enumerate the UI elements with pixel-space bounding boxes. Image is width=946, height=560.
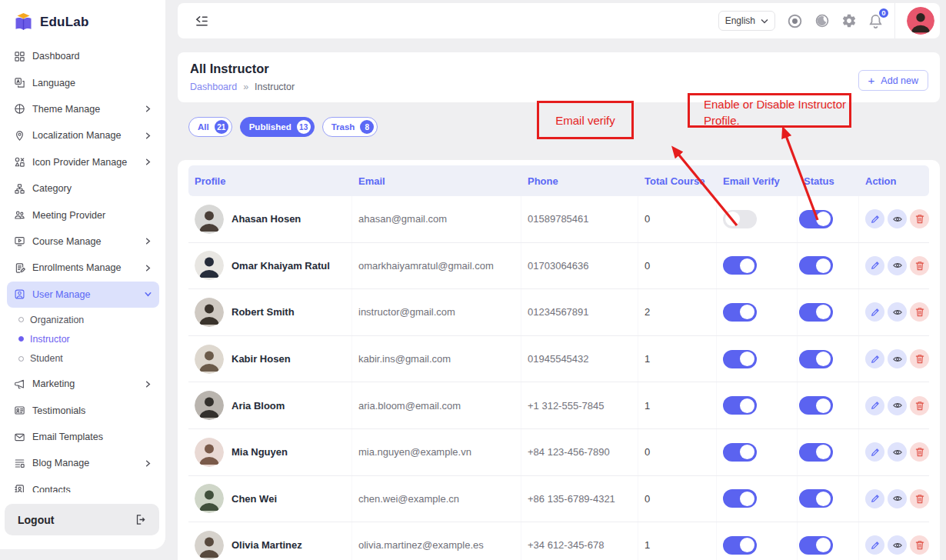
email-verify-toggle[interactable] [723, 443, 757, 462]
email-verify-toggle[interactable] [723, 489, 757, 508]
instructor-name: Ahasan Hosen [232, 213, 301, 225]
instructor-avatar [195, 298, 224, 327]
status-toggle[interactable] [799, 443, 833, 462]
edit-button[interactable] [865, 535, 884, 555]
table-row: Robert Smithinstructor@gmail.com01234567… [188, 289, 929, 336]
view-button[interactable] [888, 442, 907, 462]
status-toggle[interactable] [799, 303, 833, 322]
instructor-name: Chen Wei [232, 493, 277, 505]
sidebar-item-blog-manage[interactable]: Blog Manage [7, 450, 159, 476]
sidebar-item-marketing[interactable]: Marketing [7, 371, 159, 397]
edit-button[interactable] [865, 256, 884, 275]
delete-button[interactable] [910, 489, 929, 508]
table-header-row: ProfileEmailPhoneTotal CourseEmail Verif… [188, 165, 929, 196]
logout-label: Logout [18, 514, 54, 526]
toggle-knob [740, 258, 754, 273]
notifications-bell[interactable]: 0 [868, 13, 883, 29]
instructor-phone: +84 123-456-7890 [528, 446, 610, 458]
edit-button[interactable] [865, 442, 884, 462]
sidebar-item-theme-manage[interactable]: Theme Manage [7, 96, 159, 122]
breadcrumb-dashboard[interactable]: Dashboard [190, 82, 237, 92]
email-verify-toggle[interactable] [723, 396, 757, 415]
sidebar-item-label: Testimonials [32, 405, 152, 416]
delete-button[interactable] [910, 535, 929, 555]
instructor-phone: +86 135-6789-4321 [528, 493, 615, 505]
filter-tab-trash[interactable]: Trash8 [322, 117, 378, 137]
status-toggle[interactable] [799, 396, 833, 415]
sidebar-item-contacts[interactable]: Contacts [7, 477, 159, 492]
settings-gear-icon[interactable] [841, 13, 857, 28]
total-course-count: 1 [645, 400, 650, 412]
delete-button[interactable] [910, 209, 929, 228]
status-toggle[interactable] [799, 350, 833, 368]
edit-button[interactable] [865, 349, 884, 368]
edit-button[interactable] [865, 396, 884, 415]
sidebar-item-category[interactable]: Category [7, 175, 159, 202]
delete-button[interactable] [910, 256, 929, 275]
view-button[interactable] [888, 256, 907, 275]
sidebar-item-label: Course Manage [32, 236, 137, 247]
filter-count-badge: 13 [297, 120, 311, 134]
email-verify-toggle[interactable] [723, 536, 757, 555]
sidebar-item-testimonials[interactable]: Testimonials [7, 397, 159, 423]
instructor-email: ahasan@gmail.com [358, 213, 447, 225]
sidebar-item-icon-provider-manage[interactable]: Icon Provider Manage [7, 149, 159, 175]
sidebar-item-dashboard[interactable]: Dashboard [7, 43, 159, 69]
instructor-name: Robert Smith [232, 306, 295, 318]
dark-mode-icon[interactable] [814, 13, 830, 28]
sidebar-item-email-templates[interactable]: Email Templates [7, 424, 159, 450]
delete-button[interactable] [910, 302, 929, 322]
status-toggle[interactable] [799, 489, 833, 508]
instructor-name: Omar Khaiyam Ratul [232, 260, 330, 272]
sidebar-item-course-manage[interactable]: Course Manage [7, 228, 159, 255]
status-toggle[interactable] [799, 256, 833, 275]
visibility-icon[interactable] [787, 13, 803, 29]
view-button[interactable] [888, 396, 907, 415]
sidebar-item-enrollments-manage[interactable]: Enrollments Manage [7, 255, 159, 281]
instructor-email: kabir.ins@gmail.com [358, 353, 451, 365]
toggle-knob [725, 212, 740, 226]
view-button[interactable] [888, 535, 907, 555]
topbar-divider [894, 3, 895, 38]
sidebar-item-meeting-provider[interactable]: Meeting Provider [7, 202, 159, 228]
page-title: All Instructor [190, 62, 928, 76]
column-header-profile: Profile [188, 175, 352, 187]
delete-button[interactable] [910, 442, 929, 462]
edit-button[interactable] [865, 302, 884, 322]
filter-tab-published[interactable]: Published13 [240, 117, 315, 137]
add-new-label: Add new [881, 75, 918, 86]
user-avatar[interactable] [907, 7, 934, 35]
email-templates-icon [14, 432, 25, 443]
instructor-phone: +1 312-555-7845 [528, 400, 604, 412]
view-button[interactable] [888, 302, 907, 322]
language-select[interactable]: English [718, 11, 775, 31]
logout-button[interactable]: Logout [5, 504, 159, 535]
add-new-button[interactable]: + Add new [858, 70, 928, 91]
status-toggle[interactable] [799, 210, 833, 228]
sidebar-subitem-instructor[interactable]: Instructor [7, 329, 159, 348]
view-button[interactable] [888, 349, 907, 368]
edit-button[interactable] [865, 489, 884, 508]
toggle-knob [816, 398, 831, 413]
delete-button[interactable] [910, 396, 929, 415]
instructor-phone: 01589785461 [528, 213, 589, 225]
sidebar-subitem-student[interactable]: Student [7, 349, 159, 368]
delete-button[interactable] [910, 349, 929, 368]
view-button[interactable] [888, 209, 907, 228]
email-verify-toggle[interactable] [723, 303, 757, 322]
enrollments-icon [14, 262, 25, 274]
email-verify-toggle[interactable] [723, 350, 757, 368]
sidebar-item-label: Dashboard [32, 51, 152, 62]
status-toggle[interactable] [799, 536, 833, 555]
email-verify-toggle[interactable] [723, 256, 757, 275]
collapse-sidebar-icon[interactable] [195, 15, 209, 28]
sidebar-subitem-organization[interactable]: Organization [7, 310, 159, 329]
sidebar-item-language[interactable]: Language [7, 69, 159, 95]
sidebar-item-user-manage[interactable]: User Manage [7, 282, 159, 308]
filter-tab-all[interactable]: All21 [188, 117, 232, 137]
chevron-down-icon [144, 290, 152, 298]
view-button[interactable] [888, 489, 907, 508]
edit-button[interactable] [865, 209, 884, 228]
email-verify-toggle[interactable] [723, 210, 757, 228]
sidebar-item-localization-manage[interactable]: Localization Manage [7, 122, 159, 148]
